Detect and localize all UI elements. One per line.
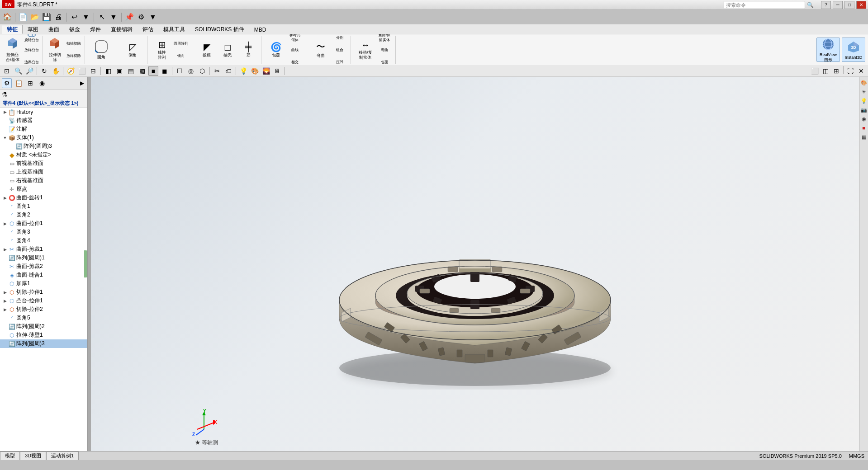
wireframe-btn[interactable]: ▣ (114, 66, 124, 76)
tree-item-cp3-main[interactable]: ▶ 🔄 阵列(圆周)3 (0, 339, 87, 348)
solid-body-expand-icon[interactable]: ▼ (2, 135, 8, 141)
st1-expand[interactable]: ▶ (2, 246, 8, 253)
search-icon[interactable]: 🔍 (807, 2, 814, 8)
shell-btn[interactable]: ◻ 抽壳 (218, 38, 237, 62)
rotate-btn[interactable]: ↻ (39, 66, 49, 76)
sl1-expand[interactable]: ▶ (2, 221, 8, 227)
shadows-btn[interactable]: ☐ (175, 66, 185, 76)
ambient-occlusion-btn[interactable]: ◎ (186, 66, 196, 76)
hidden-lines-removed-btn[interactable]: ▩ (137, 66, 147, 76)
redo-dropdown-btn[interactable]: ▼ (81, 12, 91, 23)
tree-item-fillet5[interactable]: ▶ ◜ 圆角5 (0, 314, 87, 322)
close-button[interactable]: ✕ (856, 1, 866, 9)
full-screen-btn[interactable]: ⛶ (845, 66, 855, 76)
tab-mbd[interactable]: MBD (249, 25, 271, 34)
tree-item-history[interactable]: ▶ 📋 History (0, 108, 87, 116)
new-btn[interactable]: 📄 (18, 12, 28, 23)
indent-btn[interactable]: 压凹 (332, 56, 348, 65)
tree-item-right-plane[interactable]: ▶ ▭ 右视基准面 (0, 176, 87, 185)
tree-item-fillet1[interactable]: ▶ ◜ 圆角1 (0, 202, 87, 211)
view-front-btn[interactable]: ⬜ (77, 66, 87, 76)
tree-item-top-plane[interactable]: ▶ ▭ 上视基准面 (0, 168, 87, 176)
print-btn[interactable]: 🖨 (53, 12, 64, 23)
linear-pattern-btn[interactable]: ⊞ 线性阵列 (152, 38, 172, 62)
chamfer-btn[interactable]: ◸ 倒角 (121, 38, 144, 62)
loft-cut-btn[interactable]: 放样切除 (66, 50, 82, 62)
scene-strip-btn[interactable]: ☀ (860, 88, 868, 96)
tree-item-surface-knit1[interactable]: ▶ ◈ 曲面-缝合1 (0, 271, 87, 279)
3d-view[interactable]: X Y Z ★ 等轴测 (91, 77, 859, 451)
history-expand-icon[interactable]: ▶ (2, 109, 8, 115)
tree-item-surface-revolve1[interactable]: ▶ ⭕ 曲面-旋转1 (0, 193, 87, 202)
tree-item-fillet2[interactable]: ▶ ◜ 圆角2 (0, 211, 87, 219)
property-manager-icon[interactable]: 📋 (14, 78, 24, 88)
help-button[interactable]: ? (821, 1, 831, 9)
undo-btn[interactable]: ↩ (69, 12, 80, 23)
split-btn[interactable]: 分割 (332, 34, 348, 43)
combine-btn[interactable]: 相交 (287, 56, 303, 65)
tree-item-cut-extrude2[interactable]: ▶ ⬡ 切除-拉伸2 (0, 305, 87, 314)
combine-solid-btn[interactable]: 组合 (332, 44, 348, 56)
circular-pattern-btn[interactable]: 圆周阵列 (173, 38, 189, 49)
dynamic-ann-btn[interactable]: 🏷 (223, 66, 233, 76)
move-copy-btn[interactable]: ↔ 移动/复制实体 (356, 38, 375, 62)
rib-btn[interactable]: ╪ 筋 (238, 38, 258, 62)
tree-item-material[interactable]: ▶ ◆ 材质 <未指定> (0, 150, 87, 159)
home-btn[interactable]: 🏠 (2, 12, 13, 23)
tree-item-surface-trim1[interactable]: ▶ ✂ 曲面-剪裁1 (0, 245, 87, 254)
zoom-out-btn[interactable]: 🔎 (24, 66, 34, 76)
tab-features[interactable]: 特征 (2, 25, 23, 34)
feature-manager-icon[interactable]: ⚙ (2, 78, 12, 88)
instant3d-btn[interactable]: 3D Instant3D (842, 38, 865, 62)
tab-weld[interactable]: 焊件 (85, 25, 106, 34)
ce2-expand[interactable]: ▶ (2, 306, 8, 313)
tree-item-fillet4[interactable]: ▶ ◜ 圆角4 (0, 236, 87, 245)
display-manager-icon[interactable]: ◉ (37, 78, 47, 88)
extruded-cut-btn[interactable]: 拉伸切除 (45, 38, 65, 62)
shaded-btn[interactable]: ◼ (160, 66, 170, 76)
display-style-btn[interactable]: ◧ (103, 66, 113, 76)
zoom-in-btn[interactable]: 🔍 (13, 66, 23, 76)
tree-item-solid-body[interactable]: ▼ 📦 实体(1) (0, 133, 87, 142)
select-btn[interactable]: ↖ (96, 12, 107, 23)
settings-btn[interactable]: ⚙ (136, 12, 147, 23)
loft-boss-btn[interactable]: 放样凸台 (24, 44, 40, 56)
tree-item-front-plane[interactable]: ▶ ▭ 前视基准面 (0, 159, 87, 168)
viewport[interactable]: X Y Z ★ 等轴测 (91, 77, 859, 451)
tab-solidworks-addins[interactable]: SOLIDWORKS 插件 (190, 25, 249, 34)
tab-mold[interactable]: 模具工具 (158, 25, 190, 34)
model-tab[interactable]: 模型 (0, 451, 20, 460)
feature-tree[interactable]: ▶ 📋 History ▶ 📡 传感器 ▶ 📝 注解 ▼ 📦 实体(1) (0, 108, 87, 451)
expand-panel-btn[interactable]: ▶ (78, 78, 85, 88)
tree-item-cp2[interactable]: ▶ 🔄 阵列(圆周)2 (0, 322, 87, 331)
appearance-view-btn[interactable]: 🎨 (250, 66, 260, 76)
realview-btn[interactable]: RealView图形 (816, 38, 840, 62)
perspective-btn[interactable]: ⬡ (197, 66, 207, 76)
motion-tab[interactable]: 运动算例1 (46, 451, 79, 460)
tree-item-fillet3[interactable]: ▶ ◜ 圆角3 (0, 228, 87, 236)
save-btn[interactable]: 💾 (41, 12, 52, 23)
select-dropdown[interactable]: ▼ (108, 12, 119, 23)
tree-item-origin[interactable]: ▶ ✛ 原点 (0, 185, 87, 193)
config-manager-icon[interactable]: ⊞ (25, 78, 35, 88)
tree-item-annotation[interactable]: ▶ 📝 注解 (0, 125, 87, 133)
deform-btn[interactable]: 包覆 (376, 56, 393, 65)
view-layout-btn1[interactable]: ⬜ (810, 66, 820, 76)
lights-strip-btn[interactable]: 💡 (860, 97, 868, 105)
tree-item-circular-pattern3-child[interactable]: ▶ 🔄 阵列(圆周)3 (0, 142, 87, 150)
sweep-cut-btn[interactable]: 扫描切除 (66, 38, 82, 50)
fillet-btn[interactable]: 圆角 (90, 38, 113, 62)
sr1-expand[interactable]: ▶ (2, 195, 8, 201)
panel-collapse-btn[interactable] (84, 250, 88, 277)
curves-btn[interactable]: 曲线 (287, 44, 303, 56)
close-panel-btn[interactable]: ✕ (856, 66, 866, 76)
tab-direct-edit[interactable]: 直接编辑 (106, 25, 138, 34)
tree-item-cut-extrude1[interactable]: ▶ ⬡ 切除-拉伸1 (0, 288, 87, 296)
intersect-btn[interactable]: 参考几何体 (287, 34, 303, 43)
filter-icon[interactable]: ⚗ (2, 91, 8, 98)
mirror-btn[interactable]: 镜向 (173, 50, 189, 61)
delete-face-btn[interactable]: 删除/保留实体 (376, 34, 393, 43)
hidden-lines-btn[interactable]: ▤ (126, 66, 136, 76)
search-input[interactable] (724, 1, 805, 9)
tab-evaluate[interactable]: 评估 (138, 25, 158, 34)
